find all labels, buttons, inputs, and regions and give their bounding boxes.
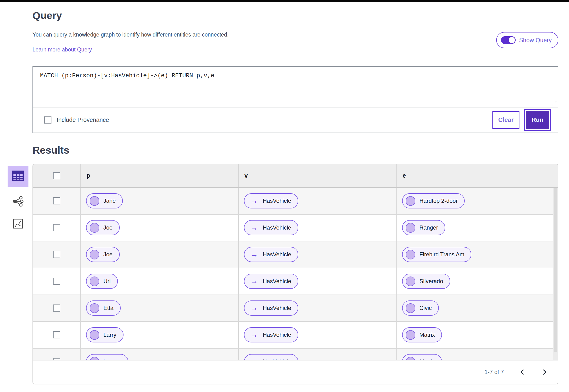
column-header-e: e xyxy=(397,172,406,179)
show-query-toggle-button[interactable]: Show Query xyxy=(496,32,558,48)
node-pill-p[interactable]: Jane xyxy=(86,193,123,209)
edge-pill-label: HasVehicle xyxy=(263,251,291,258)
table-view-icon xyxy=(12,170,24,182)
query-input[interactable]: MATCH (p:Person)-[v:HasVehicle]->(e) RET… xyxy=(33,67,558,107)
node-pill-p[interactable]: Larry xyxy=(86,327,124,342)
node-circle-icon xyxy=(406,330,415,340)
chart-view-button[interactable] xyxy=(8,217,28,231)
row-select-checkbox[interactable] xyxy=(53,358,60,360)
edge-pill-label: HasVehicle xyxy=(263,197,291,204)
edge-pill-label: HasVehicle xyxy=(263,332,291,338)
edge-pill-v[interactable]: → HasVehicle xyxy=(244,247,298,262)
table-row: Lauren → HasVehicle Matrix xyxy=(33,349,558,360)
row-select-checkbox[interactable] xyxy=(53,331,60,338)
pagination-range-label: 1-7 of 7 xyxy=(485,369,504,375)
edge-arrow-icon: → xyxy=(250,277,258,285)
results-section-title: Results xyxy=(32,144,558,156)
edge-arrow-icon: → xyxy=(250,250,258,258)
node-pill-e[interactable]: Matrix xyxy=(402,354,442,360)
toggle-switch-icon[interactable] xyxy=(501,36,516,44)
include-provenance-label: Include Provenance xyxy=(57,116,109,123)
table-row: Etta → HasVehicle Civic xyxy=(33,295,558,322)
node-circle-icon xyxy=(406,250,415,259)
node-pill-p[interactable]: Lauren xyxy=(86,354,128,360)
page: Query You can query a knowledge graph to… xyxy=(0,2,569,392)
node-pill-label: Larry xyxy=(103,332,116,338)
run-button[interactable]: Run xyxy=(525,110,550,130)
column-header-v: v xyxy=(239,172,248,179)
previous-page-button[interactable] xyxy=(518,368,526,376)
chevron-right-icon xyxy=(542,369,547,375)
results-table: p v e Jane → HasVehicle Hardtop 2 xyxy=(32,164,558,384)
graph-view-button[interactable] xyxy=(8,195,28,209)
node-pill-label: Firebird Trans Am xyxy=(419,251,464,258)
row-select-checkbox[interactable] xyxy=(53,224,60,231)
node-circle-icon xyxy=(406,196,415,206)
node-pill-label: Hardtop 2-door xyxy=(419,197,458,204)
table-scrollbar[interactable] xyxy=(553,188,558,360)
include-provenance-checkbox[interactable] xyxy=(44,116,51,124)
node-circle-icon xyxy=(90,303,99,313)
results-view-switcher xyxy=(8,166,28,231)
node-pill-label: Uri xyxy=(103,278,111,285)
node-pill-label: Ranger xyxy=(419,224,438,231)
row-select-checkbox[interactable] xyxy=(53,278,60,285)
node-pill-p[interactable]: Joe xyxy=(86,247,120,262)
next-page-button[interactable] xyxy=(541,368,548,376)
node-circle-icon xyxy=(90,330,99,340)
edge-arrow-icon: → xyxy=(250,196,258,204)
toggle-knob xyxy=(509,37,515,43)
table-row: Joe → HasVehicle Firebird Trans Am xyxy=(33,241,558,268)
row-select-checkbox[interactable] xyxy=(53,251,60,258)
node-pill-label: Silverado xyxy=(419,278,443,285)
node-pill-label: Jane xyxy=(103,197,116,204)
textarea-resize-handle-icon[interactable] xyxy=(550,99,557,106)
edge-pill-v[interactable]: → HasVehicle xyxy=(244,300,298,316)
node-circle-icon xyxy=(90,196,99,206)
node-pill-e[interactable]: Silverado xyxy=(402,274,450,289)
node-circle-icon xyxy=(90,250,99,259)
query-panel: MATCH (p:Person)-[v:HasVehicle]->(e) RET… xyxy=(32,66,558,133)
edge-pill-v[interactable]: → HasVehicle xyxy=(244,274,298,289)
show-query-label: Show Query xyxy=(519,37,552,44)
table-scrollbar-thumb[interactable] xyxy=(554,188,557,352)
learn-more-link[interactable]: Learn more about Query xyxy=(32,46,92,53)
node-circle-icon xyxy=(406,223,415,233)
table-view-button[interactable] xyxy=(8,166,28,187)
edge-pill-v[interactable]: → HasVehicle xyxy=(244,193,298,209)
table-row: Uri → HasVehicle Silverado xyxy=(33,268,558,295)
node-pill-label: Etta xyxy=(103,305,113,311)
node-pill-p[interactable]: Etta xyxy=(86,300,121,316)
node-pill-label: Matrix xyxy=(419,332,435,338)
node-pill-e[interactable]: Matrix xyxy=(402,327,442,342)
edge-pill-v[interactable]: → HasVehicle xyxy=(244,354,298,360)
table-row: Jane → HasVehicle Hardtop 2-door xyxy=(33,188,558,215)
node-circle-icon xyxy=(90,277,99,286)
node-circle-icon xyxy=(406,357,415,360)
query-section-title: Query xyxy=(32,2,558,22)
column-header-p: p xyxy=(81,172,90,179)
select-all-checkbox[interactable] xyxy=(53,172,60,179)
node-pill-e[interactable]: Civic xyxy=(402,300,439,316)
node-circle-icon xyxy=(90,357,99,360)
chevron-left-icon xyxy=(519,369,525,375)
edge-pill-label: HasVehicle xyxy=(263,305,291,311)
clear-button[interactable]: Clear xyxy=(492,111,519,129)
table-row: Larry → HasVehicle Matrix xyxy=(33,322,558,349)
query-footer: Include Provenance Clear Run xyxy=(33,107,558,133)
row-select-checkbox[interactable] xyxy=(53,305,60,312)
edge-pill-v[interactable]: → HasVehicle xyxy=(244,220,298,235)
node-pill-label: Matrix xyxy=(419,358,435,360)
edge-pill-v[interactable]: → HasVehicle xyxy=(244,327,298,342)
node-pill-e[interactable]: Hardtop 2-door xyxy=(402,193,465,209)
edge-arrow-icon: → xyxy=(250,224,258,231)
node-pill-e[interactable]: Firebird Trans Am xyxy=(402,247,471,262)
node-pill-p[interactable]: Uri xyxy=(86,274,118,289)
query-editor: MATCH (p:Person)-[v:HasVehicle]->(e) RET… xyxy=(33,67,558,107)
chart-view-icon xyxy=(13,218,23,230)
row-select-checkbox[interactable] xyxy=(53,197,60,204)
node-pill-e[interactable]: Ranger xyxy=(402,220,445,235)
node-pill-p[interactable]: Joe xyxy=(86,220,120,235)
table-pagination: 1-7 of 7 xyxy=(33,360,558,384)
node-pill-label: Civic xyxy=(419,305,432,311)
